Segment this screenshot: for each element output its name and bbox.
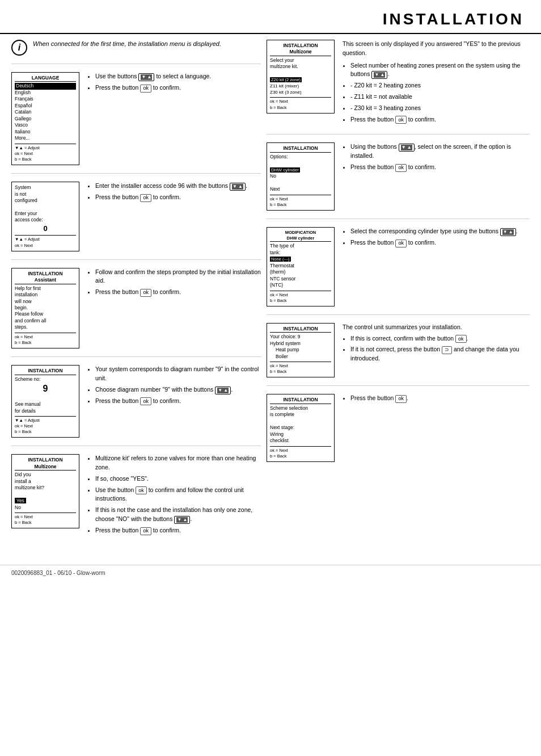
screen-summary-title: INSTALLATION [270, 326, 331, 333]
step-scheme: INSTALLATION Scheme no: 9 See manual for… [11, 365, 261, 446]
instructions-options: Using the buttons ▼▲, select on the scre… [343, 142, 530, 174]
info-box: i When connected for the first time, the… [11, 40, 261, 64]
instructions-access-code: Enter the installer access code 96 with … [87, 182, 261, 204]
screen-multizone-footer: ok = Next b = Back [15, 513, 76, 526]
screen-scheme-content: Scheme no: 9 See manual for details [15, 376, 76, 414]
instructions-scheme-complete: Press the button ok. [343, 394, 530, 405]
right-column: INSTALLATIONMultizone Select your multiz… [267, 40, 530, 553]
screen-scheme-footer: ▼▲ = Adjust ok = Next b = Back [15, 416, 76, 435]
screen-dhw-footer: ok = Next b = Back [270, 291, 331, 304]
btn-ok-5b: ok [140, 527, 151, 535]
screen-access-code-content: System is not configured Enter your acce… [15, 184, 76, 233]
screen-complete-title: INSTALLATION [270, 397, 331, 404]
screen-multizone: INSTALLATIONMultizone Did you install a … [11, 454, 79, 528]
screen-summary-content: Your choice: 9 Hybrid system Heat pump B… [270, 334, 331, 360]
screen-language-title: LANGUAGE [15, 75, 76, 82]
step-installation-assistant: INSTALLATIONAssistant Help for first ins… [11, 268, 261, 357]
screen-complete-content: Scheme selection is complete Next stage:… [270, 405, 331, 444]
screen-multizone-content: Did you install a multizone kit? Yes No [15, 472, 76, 511]
step-multizone: INSTALLATIONMultizone Did you install a … [11, 454, 261, 545]
screen-access-footer: ▼▲ = Adjust ok = Next [15, 235, 76, 248]
screen-options-content: Options: DHW cylinder No Next [270, 154, 331, 193]
screen-summary: INSTALLATION Your choice: 9 Hybrid syste… [267, 323, 335, 378]
instructions-multizone-kit: This screen is only displayed if you ans… [343, 40, 530, 126]
btn-ok-r3: ok [395, 240, 407, 247]
btn-ok-r5: ok [395, 395, 407, 403]
instructions-language: Use the buttons ▼▲ to select a language.… [87, 72, 261, 95]
instructions-summary: The control unit summarizes your install… [343, 323, 530, 366]
screen-multizone-kit-title: INSTALLATIONMultizone [270, 43, 331, 56]
step-summary: INSTALLATION Your choice: 9 Hybrid syste… [267, 323, 530, 387]
step-multizone-kit: INSTALLATIONMultizone Select your multiz… [267, 40, 530, 135]
btn-down-up-4: ▼▲ [215, 387, 231, 394]
step-options: INSTALLATION Options: DHW cylinder No Ne… [267, 142, 530, 219]
screen-multizone-kit-footer: ok = Next b = Back [270, 97, 331, 110]
screen-language-footer: ▼▲ = Adjust ok = Next b = Back [15, 144, 76, 162]
btn-ok-3: ok [140, 289, 151, 297]
btn-down-up-r1: ▼▲ [371, 71, 387, 79]
info-icon: i [11, 40, 27, 56]
screen-assistant-content: Help for first installation will now beg… [15, 285, 76, 331]
btn-ok-r4: ok [455, 335, 467, 343]
screen-dhw-title: MODIFICATIONDHW cylinder [270, 230, 331, 242]
btn-down-up-2: ▼▲ [230, 183, 246, 191]
info-text: When connected for the first time, the i… [33, 40, 221, 48]
screen-dhw-content: The type of tank: None (---) Thermostat … [270, 243, 331, 288]
page-title: INSTALLATION [0, 0, 541, 34]
btn-ok-r2: ok [395, 164, 407, 172]
screen-options-footer: ok = Next b = Back [270, 195, 331, 208]
step-scheme-complete: INSTALLATION Scheme selection is complet… [267, 394, 530, 470]
screen-assistant-footer: ok = Next b = Back [15, 333, 76, 346]
screen-options-title: INSTALLATION [270, 145, 331, 152]
btn-down-up-1: ▼▲ [138, 73, 154, 81]
btn-down-up-5: ▼▲ [174, 516, 190, 524]
instructions-dhw-cylinder: Select the corresponding cylinder type u… [343, 227, 530, 250]
screen-assistant-title: INSTALLATIONAssistant [15, 271, 76, 284]
btn-ok-4: ok [140, 397, 151, 405]
screen-scheme-title: INSTALLATION [15, 368, 76, 375]
screen-multizone-kit-content: Select your multizone kit. Z20 kit (2 zo… [270, 57, 331, 95]
screen-multizone-title: INSTALLATIONMultizone [15, 457, 76, 471]
instructions-assistant: Follow and confirm the steps prompted by… [87, 268, 261, 299]
screen-language-content: Deutsch English Français Español Catalan… [15, 83, 76, 141]
screen-options: INSTALLATION Options: DHW cylinder No Ne… [267, 142, 335, 211]
screen-multizone-kit: INSTALLATIONMultizone Select your multiz… [267, 40, 335, 114]
screen-access-code: System is not configured Enter your acce… [11, 182, 79, 251]
btn-down-up-r3: ▼▲ [500, 228, 516, 236]
btn-ok-5a: ok [136, 486, 147, 494]
screen-assistant: INSTALLATIONAssistant Help for first ins… [11, 268, 79, 348]
screen-complete-footer: ok = Next b = Back [270, 446, 331, 459]
left-column: i When connected for the first time, the… [11, 40, 261, 553]
btn-ok-2: ok [140, 194, 151, 202]
step-dhw-cylinder: MODIFICATIONDHW cylinder The type of tan… [267, 227, 530, 315]
step-access-code: System is not configured Enter your acce… [11, 182, 261, 260]
screen-summary-footer: ok = Next b = Back [270, 362, 331, 375]
screen-scheme: INSTALLATION Scheme no: 9 See manual for… [11, 365, 79, 438]
footer: 0020096883_01 - 06/10 - Glow-worm [0, 565, 541, 581]
instructions-scheme: Your system corresponds to diagram numbe… [87, 365, 261, 408]
btn-ok-r1: ok [395, 116, 407, 124]
step-language: LANGUAGE Deutsch English Français Españo… [11, 72, 261, 174]
screen-dhw-cylinder: MODIFICATIONDHW cylinder The type of tan… [267, 227, 335, 306]
instructions-multizone: Multizone kit' refers to zone valves for… [87, 454, 261, 537]
screen-scheme-complete: INSTALLATION Scheme selection is complet… [267, 394, 335, 462]
screen-language: LANGUAGE Deutsch English Français Españo… [11, 72, 79, 165]
btn-back-r4: ⊃ [442, 346, 452, 354]
btn-ok-1: ok [140, 85, 151, 93]
btn-down-up-r2: ▼▲ [399, 144, 415, 152]
